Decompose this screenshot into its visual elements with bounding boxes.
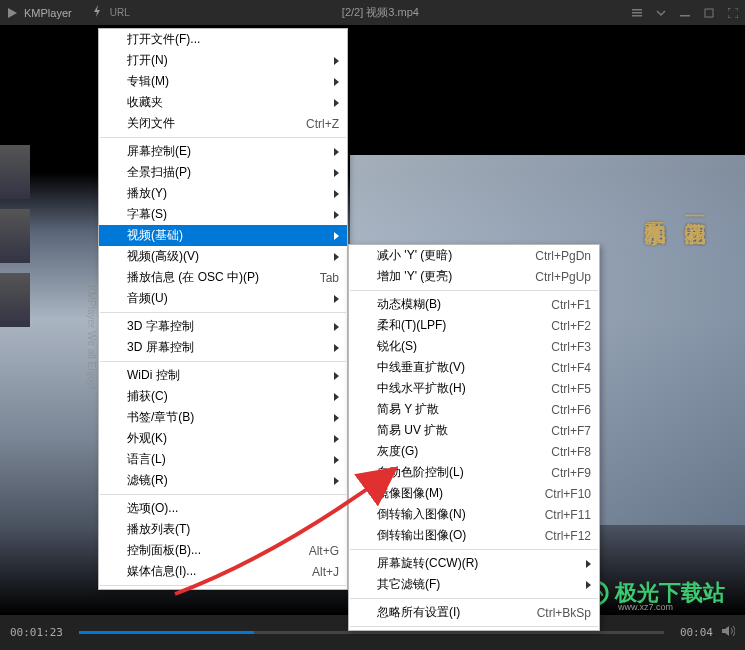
menu-separator: [350, 549, 598, 550]
chevron-right-icon: [334, 372, 339, 380]
menu-bookmark[interactable]: 书签/章节(B): [99, 407, 347, 428]
menu-icon[interactable]: [631, 7, 643, 19]
menu-audio[interactable]: 音频(U): [99, 288, 347, 309]
menu-close-file[interactable]: 关闭文件Ctrl+Z: [99, 113, 347, 134]
chevron-right-icon: [334, 232, 339, 240]
menu-open-file[interactable]: 打开文件(F)...: [99, 29, 347, 50]
submenu-soft-lpf[interactable]: 柔和(T)(LPF)Ctrl+F2: [349, 315, 599, 336]
menu-video-advanced[interactable]: 视频(高级)(V): [99, 246, 347, 267]
thumbnail-strip: [0, 145, 30, 575]
thumbnail[interactable]: [0, 209, 30, 263]
menu-widi[interactable]: WiDi 控制: [99, 365, 347, 386]
minimize-icon[interactable]: [679, 7, 691, 19]
menu-separator: [100, 585, 346, 586]
chevron-right-icon: [334, 435, 339, 443]
menu-media-info[interactable]: 媒体信息(I)...Alt+J: [99, 561, 347, 582]
svg-marker-0: [8, 8, 17, 18]
quick-actions: URL: [92, 5, 130, 20]
submenu-auto-level[interactable]: 自动色阶控制(L)Ctrl+F9: [349, 462, 599, 483]
progress-bar[interactable]: [79, 631, 664, 634]
lightning-icon[interactable]: [92, 5, 102, 20]
submenu-inc-y[interactable]: 增加 'Y' (更亮)Ctrl+PgUp: [349, 266, 599, 287]
svg-rect-2: [632, 12, 642, 14]
submenu-sharpen[interactable]: 锐化(S)Ctrl+F3: [349, 336, 599, 357]
chevron-right-icon: [334, 148, 339, 156]
svg-rect-4: [680, 15, 690, 17]
menu-3d-subtitle[interactable]: 3D 字幕控制: [99, 316, 347, 337]
svg-rect-5: [705, 9, 713, 17]
menu-play[interactable]: 播放(Y): [99, 183, 347, 204]
app-name: KMPlayer: [24, 7, 72, 19]
menu-separator: [100, 361, 346, 362]
submenu-flip-out[interactable]: 倒转输出图像(O)Ctrl+F12: [349, 525, 599, 546]
maximize-icon[interactable]: [703, 7, 715, 19]
submenu-center-v[interactable]: 中线垂直扩散(V)Ctrl+F4: [349, 357, 599, 378]
total-time: 00:04: [680, 626, 713, 639]
chevron-right-icon: [334, 393, 339, 401]
chevron-right-icon: [334, 456, 339, 464]
submenu-center-h[interactable]: 中线水平扩散(H)Ctrl+F5: [349, 378, 599, 399]
submenu-other-filter[interactable]: 其它滤镜(F): [349, 574, 599, 595]
chevron-right-icon: [334, 295, 339, 303]
menu-language[interactable]: 语言(L): [99, 449, 347, 470]
sidebar-watermark: KMPlayer We all Enjoy!: [86, 285, 97, 389]
menu-separator: [350, 598, 598, 599]
chevron-right-icon: [334, 99, 339, 107]
menu-control-panel[interactable]: 控制面板(B)...Alt+G: [99, 540, 347, 561]
menu-separator: [350, 290, 598, 291]
progress-fill: [79, 631, 254, 634]
menu-play-info[interactable]: 播放信息 (在 OSC 中)(P)Tab: [99, 267, 347, 288]
submenu-simple-y[interactable]: 简易 Y 扩散Ctrl+F6: [349, 399, 599, 420]
titlebar-left: KMPlayer URL: [6, 5, 130, 20]
submenu-flip-in[interactable]: 倒转输入图像(N)Ctrl+F11: [349, 504, 599, 525]
window-controls: [631, 7, 739, 19]
menu-favorites[interactable]: 收藏夹: [99, 92, 347, 113]
titlebar: KMPlayer URL [2/2] 视频3.mp4: [0, 0, 745, 25]
context-menu-video-basic: 减小 'Y' (更暗)Ctrl+PgDn 增加 'Y' (更亮)Ctrl+PgU…: [348, 244, 600, 631]
url-label[interactable]: URL: [110, 7, 130, 18]
menu-separator: [350, 626, 598, 627]
menu-subtitles[interactable]: 字幕(S): [99, 204, 347, 225]
submenu-ignore-all[interactable]: 忽略所有设置(I)Ctrl+BkSp: [349, 602, 599, 623]
chevron-right-icon: [586, 581, 591, 589]
watermark-domain: www.xz7.com: [618, 602, 673, 612]
chevron-right-icon: [334, 57, 339, 65]
submenu-motion-blur[interactable]: 动态模糊(B)Ctrl+F1: [349, 294, 599, 315]
file-info: [2/2] 视频3.mp4: [130, 5, 631, 20]
chevron-right-icon: [586, 560, 591, 568]
chevron-right-icon: [334, 190, 339, 198]
thumbnail[interactable]: [0, 145, 30, 199]
menu-filter[interactable]: 滤镜(R): [99, 470, 347, 491]
thumbnail[interactable]: [0, 273, 30, 327]
chevron-right-icon: [334, 169, 339, 177]
submenu-screen-rotate[interactable]: 屏幕旋转(CCW)(R): [349, 553, 599, 574]
submenu-dec-y[interactable]: 减小 'Y' (更暗)Ctrl+PgDn: [349, 245, 599, 266]
menu-3d-screen[interactable]: 3D 屏幕控制: [99, 337, 347, 358]
menu-panorama[interactable]: 全景扫描(P): [99, 162, 347, 183]
menu-options[interactable]: 选项(O)...: [99, 498, 347, 519]
down-icon[interactable]: [655, 7, 667, 19]
menu-playlist[interactable]: 播放列表(T): [99, 519, 347, 540]
app-logo-icon: [6, 7, 18, 19]
volume-icon[interactable]: [721, 625, 735, 640]
submenu-gray[interactable]: 灰度(G)Ctrl+F8: [349, 441, 599, 462]
menu-capture[interactable]: 捕获(C): [99, 386, 347, 407]
menu-video-basic[interactable]: 视频(基础): [99, 225, 347, 246]
current-time: 00:01:23: [10, 626, 63, 639]
chevron-right-icon: [334, 253, 339, 261]
chevron-right-icon: [334, 414, 339, 422]
menu-open[interactable]: 打开(N): [99, 50, 347, 71]
menu-screen-control[interactable]: 屏幕控制(E): [99, 141, 347, 162]
chevron-right-icon: [334, 211, 339, 219]
menu-appearance[interactable]: 外观(K): [99, 428, 347, 449]
chevron-right-icon: [334, 78, 339, 86]
submenu-simple-uv[interactable]: 简易 UV 扩散Ctrl+F7: [349, 420, 599, 441]
submenu-mirror[interactable]: 镜像图像(M)Ctrl+F10: [349, 483, 599, 504]
context-menu-main: 打开文件(F)... 打开(N) 专辑(M) 收藏夹 关闭文件Ctrl+Z 屏幕…: [98, 28, 348, 590]
chevron-right-icon: [334, 477, 339, 485]
svg-rect-3: [632, 15, 642, 17]
chevron-right-icon: [334, 323, 339, 331]
fullscreen-icon[interactable]: [727, 7, 739, 19]
menu-separator: [100, 137, 346, 138]
menu-album[interactable]: 专辑(M): [99, 71, 347, 92]
